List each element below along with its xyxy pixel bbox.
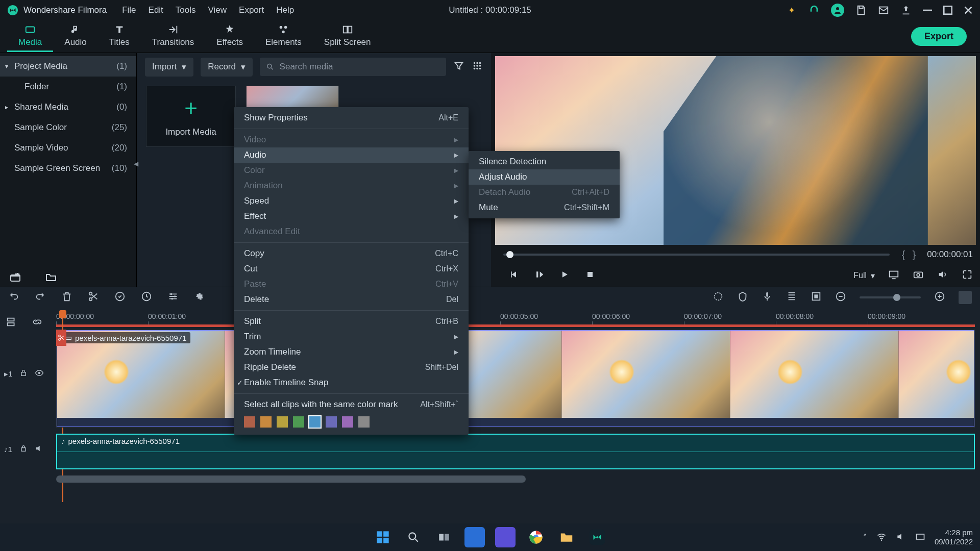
stop-icon[interactable]: [585, 269, 595, 282]
menu-help[interactable]: Help: [276, 5, 294, 15]
color-swatch[interactable]: [309, 416, 321, 428]
zoom-in-icon[interactable]: [934, 291, 945, 304]
ctx-trim[interactable]: Trim▶: [234, 329, 469, 344]
new-folder-icon[interactable]: [45, 271, 57, 286]
speed-icon[interactable]: [141, 291, 152, 304]
taskbar-chrome-icon[interactable]: [526, 527, 546, 547]
playhead[interactable]: [59, 310, 66, 318]
save-icon[interactable]: [855, 5, 867, 16]
prev-frame-icon[interactable]: [508, 269, 519, 282]
display-settings-icon[interactable]: [888, 269, 899, 282]
undo-icon[interactable]: [8, 291, 19, 304]
tips-icon[interactable]: ✦: [786, 5, 797, 16]
color-swatch[interactable]: [293, 416, 304, 428]
taskbar-app-1[interactable]: [464, 527, 485, 547]
adjust-icon[interactable]: [167, 291, 179, 304]
taskbar-app-2[interactable]: [495, 527, 516, 547]
ctx-ripple-delete[interactable]: Ripple DeleteShift+Del: [234, 360, 469, 375]
video-track-clip[interactable]: ▭pexels-anna-tarazevich-6550971: [56, 330, 975, 428]
mark-in-icon[interactable]: {: [902, 249, 905, 261]
mark-out-icon[interactable]: }: [913, 249, 916, 261]
mute-icon[interactable]: [35, 444, 44, 455]
tab-titles[interactable]: Titles: [98, 21, 141, 52]
grid-view-icon[interactable]: [472, 60, 483, 73]
color-swatch[interactable]: [260, 416, 272, 428]
menu-view[interactable]: View: [208, 5, 227, 15]
tray-overflow-icon[interactable]: ˄: [863, 533, 867, 542]
new-bin-icon[interactable]: [9, 271, 21, 286]
visibility-icon[interactable]: [35, 368, 44, 379]
support-icon[interactable]: [808, 5, 820, 16]
redo-icon[interactable]: [35, 291, 46, 304]
ctx-select-all-clips-with-the-same-color-mark[interactable]: Select all clips with the same color mar…: [234, 397, 469, 412]
fit-icon[interactable]: [959, 291, 972, 304]
tab-split-screen[interactable]: Split Screen: [313, 21, 382, 52]
lock-icon[interactable]: [19, 444, 28, 454]
filter-icon[interactable]: [453, 60, 464, 73]
ctx-speed[interactable]: Speed▶: [234, 193, 469, 209]
collapse-sidebar-icon[interactable]: ◀: [134, 160, 138, 167]
tab-elements[interactable]: Elements: [254, 21, 313, 52]
color-swatch[interactable]: [358, 416, 370, 428]
upload-icon[interactable]: [900, 5, 912, 16]
ctx-effect[interactable]: Effect▶: [234, 209, 469, 224]
record-dropdown[interactable]: Record▾: [201, 58, 253, 77]
import-media-tile[interactable]: + Import Media: [146, 86, 236, 147]
volume-icon[interactable]: [937, 269, 948, 282]
preview-scrubber[interactable]: [503, 254, 890, 256]
menu-export[interactable]: Export: [239, 5, 264, 15]
window-maximize-icon[interactable]: [943, 6, 952, 15]
color-swatch[interactable]: [326, 416, 337, 428]
taskbar-filmora-icon[interactable]: [587, 527, 607, 547]
tab-audio[interactable]: Audio: [53, 21, 97, 52]
mixer-icon[interactable]: [786, 291, 797, 304]
zoom-out-icon[interactable]: [835, 291, 846, 304]
split-icon[interactable]: [88, 291, 99, 304]
timeline-ruler[interactable]: 00:00:00:0000:00:01:0000:00:05:0000:00:0…: [56, 312, 975, 325]
tab-transitions[interactable]: Transitions: [141, 21, 206, 52]
tab-effects[interactable]: Effects: [205, 21, 254, 52]
ctx-enable-timeline-snap[interactable]: ✓Enable Timeline Snap: [234, 375, 469, 390]
import-dropdown[interactable]: Import▾: [145, 58, 193, 77]
sidebar-item-shared-media[interactable]: ▸Shared Media(0): [0, 97, 136, 117]
track-manager-icon[interactable]: [6, 316, 17, 330]
system-clock[interactable]: 4:28 pm 09/01/2022: [935, 528, 973, 546]
ctx-zoom-timeline[interactable]: Zoom Timeline▶: [234, 344, 469, 360]
ctx-split[interactable]: SplitCtrl+B: [234, 314, 469, 329]
color-icon[interactable]: [713, 291, 724, 304]
tab-media[interactable]: Media: [7, 21, 53, 52]
play-pause-icon[interactable]: [534, 269, 544, 282]
ctx-sub-silence-detection[interactable]: Silence Detection: [469, 154, 620, 169]
ctx-copy[interactable]: CopyCtrl+C: [234, 246, 469, 261]
search-media[interactable]: [260, 58, 446, 76]
task-view-icon[interactable]: [434, 527, 454, 547]
menu-file[interactable]: File: [122, 5, 136, 15]
color-swatch[interactable]: [342, 416, 353, 428]
zoom-slider[interactable]: [860, 296, 921, 298]
taskbar-explorer-icon[interactable]: [556, 527, 577, 547]
audio-sync-icon[interactable]: [194, 291, 205, 304]
ctx-sub-mute[interactable]: MuteCtrl+Shift+M: [469, 200, 620, 215]
color-swatch[interactable]: [277, 416, 288, 428]
fullscreen-icon[interactable]: [962, 269, 973, 282]
ctx-delete[interactable]: DeleteDel: [234, 292, 469, 307]
crop-icon[interactable]: [114, 291, 126, 304]
window-minimize-icon[interactable]: [923, 6, 932, 15]
sidebar-item-folder[interactable]: Folder(1): [0, 77, 136, 97]
window-close-icon[interactable]: [964, 6, 973, 15]
ctx-sub-adjust-audio[interactable]: Adjust Audio: [469, 169, 620, 185]
start-button[interactable]: [373, 527, 393, 547]
taskbar-search-icon[interactable]: [403, 527, 424, 547]
ctx-show-properties[interactable]: Show PropertiesAlt+E: [234, 110, 469, 126]
link-icon[interactable]: [32, 316, 43, 330]
sidebar-item-sample-color[interactable]: Sample Color(25): [0, 117, 136, 138]
delete-icon[interactable]: [61, 291, 72, 304]
render-icon[interactable]: [811, 291, 822, 304]
language-icon[interactable]: [915, 532, 925, 543]
ctx-audio[interactable]: Audio▶: [234, 147, 469, 163]
ctx-cut[interactable]: CutCtrl+X: [234, 261, 469, 277]
sidebar-item-sample-video[interactable]: Sample Video(20): [0, 138, 136, 158]
message-icon[interactable]: [878, 5, 889, 16]
account-icon[interactable]: [831, 4, 844, 17]
audio-track-clip[interactable]: ♪pexels-anna-tarazevich-6550971: [56, 434, 975, 469]
